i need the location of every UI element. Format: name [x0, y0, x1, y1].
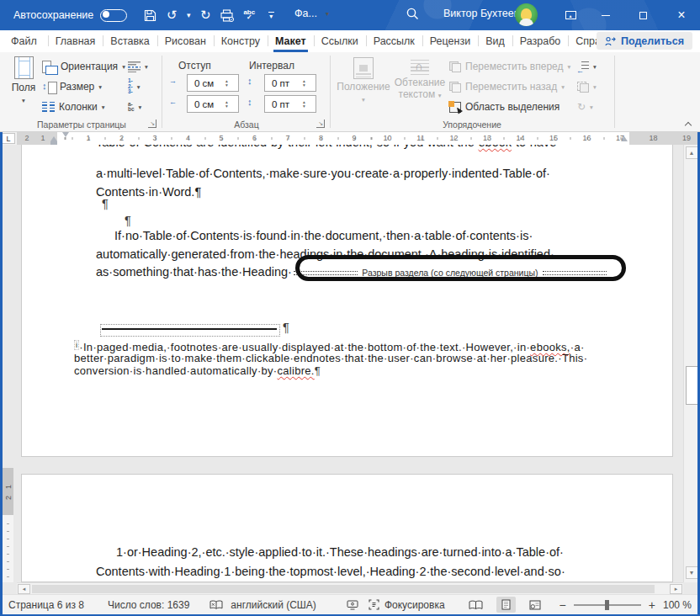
- footnote-line[interactable]: better·paradigm·is·to·make·them·clickabl…: [74, 352, 587, 364]
- indent-left-field[interactable]: ▴▾: [187, 74, 239, 92]
- doc-line-clipped[interactable]: Table·of·Contents·are·identified·by·thei…: [96, 145, 556, 151]
- breaks-button[interactable]: ▾: [128, 57, 148, 76]
- close-icon[interactable]: ×: [665, 0, 698, 30]
- indent-left-spinner-icons[interactable]: ▴▾: [225, 79, 228, 88]
- doc-line-with-section-break[interactable]: as·something·that·has·the·Heading·Разрыв…: [96, 263, 607, 282]
- avatar-body: [519, 19, 533, 26]
- ruler-scale[interactable]: 2 1 12345678910111213141516171819: [17, 132, 700, 145]
- autosave-toggle[interactable]: [100, 9, 127, 22]
- vertical-scrollbar-thumb[interactable]: [686, 366, 698, 405]
- search-icon[interactable]: [406, 7, 420, 24]
- tab-file[interactable]: Файл: [0, 30, 48, 52]
- redo-icon[interactable]: ↻: [194, 5, 216, 25]
- zoom-level[interactable]: 100 %: [663, 599, 692, 611]
- customize-qat-icon[interactable]: ▾: [260, 5, 282, 25]
- line-numbers-button[interactable]: 1- 2- 3- ▾: [128, 77, 141, 96]
- tab-stop-selector[interactable]: L: [2, 133, 15, 144]
- ribbon-display-options-icon[interactable]: ▴: [554, 0, 587, 30]
- word-count[interactable]: Число слов: 1639: [108, 599, 189, 611]
- doc-line[interactable]: automatically·generated·from·the·heading…: [96, 246, 554, 263]
- indent-right-field[interactable]: ▴▾: [187, 95, 239, 113]
- scroll-up-icon[interactable]: ▲: [686, 146, 698, 159]
- vertical-scrollbar[interactable]: ▲ ▼: [683, 145, 698, 582]
- scroll-down-icon[interactable]: ▼: [686, 566, 698, 579]
- tab-insert[interactable]: Вставка: [103, 30, 156, 52]
- tab-design[interactable]: Констру: [214, 30, 268, 52]
- columns-button[interactable]: Колонки ▾: [42, 98, 105, 116]
- tab-home[interactable]: Главная: [48, 30, 103, 52]
- spacing-before-field[interactable]: ▴▾: [264, 74, 316, 92]
- spacing-before-input[interactable]: [265, 78, 302, 88]
- accessibility-checker-icon[interactable]: [347, 600, 358, 610]
- selection-pane-button[interactable]: Область выделения: [449, 98, 559, 116]
- minimize-icon[interactable]: [589, 0, 623, 30]
- read-mode-icon[interactable]: [464, 597, 488, 613]
- wrap-text-button[interactable]: Обтекание текстом ▾: [392, 60, 448, 100]
- document-title[interactable]: Фа... ▾: [294, 8, 329, 19]
- indent-right-input[interactable]: [188, 99, 225, 109]
- pilcrow-mark[interactable]: ¶: [102, 195, 109, 213]
- doc-line[interactable]: Contents·in·Word.¶: [96, 183, 201, 201]
- doc-line[interactable]: If·no·Table·of·Contents·is·found·in·the·…: [114, 227, 533, 245]
- focus-mode-label[interactable]: Фокусировка: [384, 599, 445, 611]
- scroll-left-icon[interactable]: ◂: [18, 584, 30, 594]
- spelling-icon[interactable]: abc✓: [238, 5, 260, 25]
- tab-review[interactable]: Рецензи: [422, 30, 478, 52]
- paragraph-dialog-launcher[interactable]: [316, 119, 325, 128]
- bring-forward-button[interactable]: Переместить вперед ▾: [449, 57, 570, 76]
- page-setup-dialog-launcher[interactable]: [148, 119, 156, 128]
- horizontal-scrollbar-thumb[interactable]: [32, 585, 655, 593]
- maximize-icon[interactable]: [626, 0, 660, 30]
- tab-draw[interactable]: Рисован: [157, 30, 214, 52]
- page-indicator[interactable]: Страница 6 из 8: [8, 599, 84, 611]
- tab-mailings[interactable]: Рассылк: [366, 30, 422, 52]
- tab-developer[interactable]: Разрабо: [512, 30, 568, 52]
- zoom-out-icon[interactable]: −: [559, 598, 566, 612]
- page-1[interactable]: Table·of·Contents·are·identified·by·thei…: [21, 145, 673, 457]
- collapse-ribbon-icon[interactable]: [685, 120, 692, 127]
- align-button[interactable]: ▾: [577, 57, 597, 76]
- zoom-slider-thumb[interactable]: [605, 600, 609, 610]
- language-indicator[interactable]: английский (США): [231, 599, 316, 611]
- rotate-button[interactable]: ↻ ▾: [577, 98, 593, 116]
- footnote-separator[interactable]: [100, 324, 280, 337]
- page-2[interactable]: 1·or·Heading·2,·etc.·style·applied·to·it…: [21, 474, 673, 582]
- doc-line[interactable]: Contents·with·Heading·1·being·the·topmos…: [96, 563, 565, 581]
- print-icon[interactable]: [216, 5, 238, 25]
- share-button[interactable]: Поделиться: [597, 32, 692, 50]
- scroll-right-icon[interactable]: ▸: [670, 584, 682, 594]
- zoom-slider[interactable]: [574, 604, 641, 606]
- position-button[interactable]: Положение ▾: [335, 57, 392, 104]
- spacing-after-spinner-icons[interactable]: ▴▾: [303, 100, 305, 109]
- print-layout-icon[interactable]: [496, 597, 516, 613]
- indent-right-spinner-icons[interactable]: ▴▾: [225, 100, 228, 109]
- user-name[interactable]: Виктор Бухтеев: [443, 8, 519, 19]
- indent-left-input[interactable]: [188, 78, 225, 88]
- doc-line[interactable]: a·multi-level·Table·of·Contents,·make·su…: [96, 165, 550, 183]
- send-backward-button[interactable]: Переместить назад ▾: [449, 77, 565, 96]
- doc-line[interactable]: 1·or·Heading·2,·etc.·style·applied·to·it…: [116, 544, 564, 561]
- undo-icon[interactable]: ↺: [161, 5, 183, 25]
- footnote-line[interactable]: conversion·is·handled·automatically·by·c…: [74, 364, 321, 377]
- tab-view[interactable]: Вид: [478, 30, 512, 52]
- group-objects-button[interactable]: ▾: [577, 77, 597, 96]
- tab-layout[interactable]: Макет: [268, 30, 314, 52]
- spacing-after-field[interactable]: ▴▾: [264, 95, 316, 113]
- avatar[interactable]: [515, 3, 538, 26]
- hyphenation-button[interactable]: a- bc ▾: [128, 98, 141, 116]
- spacing-before-spinner-icons[interactable]: ▴▾: [303, 79, 305, 88]
- zoom-in-icon[interactable]: +: [649, 598, 655, 612]
- proofing-errors-icon[interactable]: [209, 600, 223, 610]
- save-icon[interactable]: [139, 5, 161, 25]
- margins-button[interactable]: Поля ▾: [8, 56, 39, 105]
- focus-mode-icon[interactable]: [369, 599, 379, 610]
- size-button[interactable]: Размер ▾: [42, 77, 102, 96]
- tab-references[interactable]: Ссылки: [314, 30, 366, 52]
- first-line-indent-marker[interactable]: [62, 132, 69, 137]
- orientation-button[interactable]: Ориентация ▾: [42, 57, 125, 76]
- web-layout-icon[interactable]: [524, 597, 546, 613]
- horizontal-scrollbar[interactable]: ◂ ▸: [17, 582, 683, 594]
- undo-dropdown-icon[interactable]: ▾: [183, 5, 194, 25]
- left-indent-marker[interactable]: [50, 141, 57, 145]
- spacing-after-input[interactable]: [265, 99, 302, 109]
